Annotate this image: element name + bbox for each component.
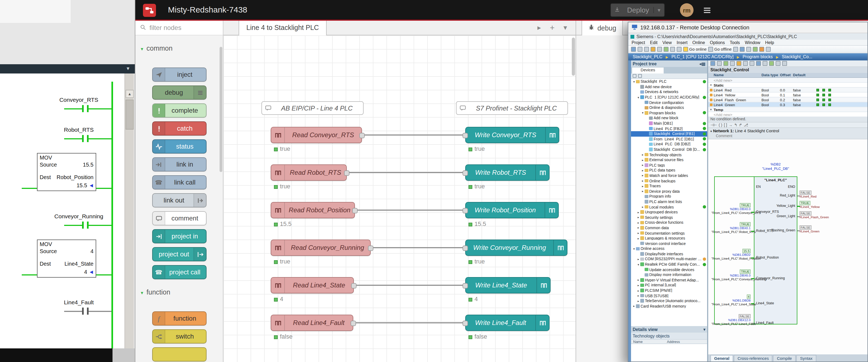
- editor-toolbar-icon[interactable]: [743, 61, 748, 66]
- bottom-tab-syntax[interactable]: Syntax: [796, 355, 816, 361]
- deploy-options-caret-icon[interactable]: ▾: [653, 7, 664, 13]
- tree-item[interactable]: ▾Online access: [631, 246, 707, 251]
- checkbox-checked-icon[interactable]: [821, 103, 827, 106]
- tree-item[interactable]: From_Line4_PLC [DB1]: [631, 136, 707, 142]
- tree-expander-icon[interactable]: ▸: [641, 174, 645, 177]
- input-port[interactable]: [463, 133, 468, 138]
- comment-node[interactable]: AB EIP/CIP - Line 4 PLC: [261, 101, 364, 115]
- read-node[interactable]: Read Line4_Fault: [271, 315, 353, 331]
- interface-row[interactable]: <Add new>: [708, 78, 867, 83]
- tree-expander-icon[interactable]: ▸: [637, 284, 640, 287]
- tree-item[interactable]: Program info: [631, 194, 707, 199]
- details-view-section[interactable]: Technology objects: [631, 333, 707, 339]
- interface-row[interactable]: Line4_GreenBool0.3false: [708, 102, 867, 107]
- fbd-input-operand[interactable]: FALSE%DB1.DBX12.0"From_Line4_PLC".Line4_…: [711, 314, 751, 326]
- fbd-output-pin[interactable]: Yellow_Light: [771, 204, 795, 208]
- fbd-toolbar-icon[interactable]: ( ): [718, 123, 722, 127]
- bottom-tab-compile[interactable]: Compile: [773, 355, 796, 361]
- mov-instruction-block[interactable]: MOVSource4DestLine4_State4 ◄: [37, 240, 96, 278]
- input-port[interactable]: [463, 170, 468, 176]
- tree-item[interactable]: ▸Security settings: [631, 215, 707, 220]
- tree-item[interactable]: ▾PLC_1 [CPU 1212C AC/DC/Rly]: [631, 95, 707, 100]
- tree-expander-icon[interactable]: ▸: [641, 179, 645, 183]
- ladder-collapsed-panel[interactable]: ▾: [0, 64, 135, 74]
- add-flow-button[interactable]: +: [546, 22, 558, 34]
- palette-category-common[interactable]: ▾common: [135, 42, 223, 56]
- fbd-input-operand[interactable]: TRUE%DB1.DBX6.0"From_Line4_PLC".Conveyor…: [711, 270, 751, 281]
- palette-node-switch[interactable]: switch: [152, 329, 207, 343]
- checkbox-checked-icon[interactable]: [827, 88, 833, 92]
- tree-item[interactable]: ▾Realtek PCIe GBE Family Con...: [631, 262, 707, 267]
- menu-window[interactable]: Window: [745, 40, 761, 45]
- tree-item[interactable]: ▸External source files: [631, 157, 707, 163]
- chevron-down-icon[interactable]: ▾: [127, 65, 129, 71]
- tree-item[interactable]: ▸PLC tags: [631, 163, 707, 168]
- tree-expander-icon[interactable]: ▸: [641, 190, 645, 193]
- fbd-toolbar-icon[interactable]: ↱: [739, 123, 742, 127]
- details-view-header[interactable]: Details view ▾: [631, 326, 707, 333]
- tree-expander-icon[interactable]: ▸: [637, 299, 640, 302]
- fbd-toolbar-icon[interactable]: ⎇: [744, 123, 748, 127]
- write-node[interactable]: Write Line4_State: [465, 277, 551, 294]
- interface-row[interactable]: ▾Temp: [708, 107, 867, 112]
- tree-expander-icon[interactable]: ▸: [641, 164, 645, 167]
- editor-toolbar-icon[interactable]: [763, 61, 768, 66]
- checkbox-checked-icon[interactable]: [821, 93, 827, 96]
- checkbox-checked-icon[interactable]: [827, 93, 833, 96]
- fbd-network-canvas[interactable]: %DB2 "Line4_PLC_DB" "Line4_PLC" EN ENO C…: [708, 139, 867, 354]
- tree-expander-icon[interactable]: ▸: [637, 257, 640, 261]
- toolbar-icon[interactable]: [664, 47, 669, 52]
- tree-item[interactable]: Main [OB1]: [631, 121, 707, 126]
- fbd-output-pin[interactable]: Flashing_Green: [771, 229, 795, 232]
- tree-expander-icon[interactable]: ▸: [637, 226, 640, 229]
- tree-expander-icon[interactable]: ▸: [641, 205, 645, 208]
- go-offline-button[interactable]: Go offline: [708, 47, 732, 52]
- contact-icon[interactable]: [82, 105, 84, 112]
- tree-expander-icon[interactable]: ▸: [641, 169, 645, 172]
- fbd-toolbar-icon[interactable]: [ ]: [724, 123, 727, 127]
- palette-scrollbar[interactable]: [220, 47, 222, 172]
- tree-item[interactable]: Display more information: [631, 272, 707, 277]
- tree-item[interactable]: ▸Device proxy data: [631, 189, 707, 194]
- palette-node-project-call[interactable]: ☎project call: [152, 265, 207, 279]
- tree-item[interactable]: ▸Documentation settings: [631, 230, 707, 235]
- write-node[interactable]: Write Conveyor_RTS: [465, 127, 559, 143]
- tree-item[interactable]: Stacklight_Control [FB1]: [631, 131, 707, 136]
- read-node[interactable]: Read Robot_Position: [271, 202, 355, 218]
- palette-node-project-in[interactable]: project in: [152, 229, 207, 243]
- toolbar-icon[interactable]: [740, 47, 745, 52]
- interface-row[interactable]: ▾Static: [708, 83, 867, 88]
- flow-canvas[interactable]: AB EIP/CIP - Line 4 PLCS7 Profinet - Sta…: [223, 35, 576, 362]
- panel-collapse-icon[interactable]: ◂▩: [699, 61, 706, 66]
- tree-filter-icon[interactable]: [633, 74, 637, 78]
- tree-expander-icon[interactable]: ▾: [632, 80, 636, 83]
- scrollbar-thumb[interactable]: [126, 100, 134, 130]
- tree-item[interactable]: Version control interface: [631, 241, 707, 246]
- contact-icon[interactable]: [87, 135, 89, 142]
- palette-node-inject[interactable]: inject: [152, 67, 207, 82]
- tree-expander-icon[interactable]: ▸: [637, 221, 640, 224]
- bottom-tab-general[interactable]: General: [710, 355, 733, 361]
- contact-icon[interactable]: [87, 222, 89, 229]
- palette-node-status[interactable]: status: [152, 139, 207, 154]
- breadcrumb-segment[interactable]: Program blocks: [742, 54, 773, 59]
- palette-node-comment[interactable]: comment: [152, 211, 207, 225]
- editor-toolbar-icon[interactable]: [776, 61, 780, 66]
- tree-item[interactable]: ▸USB [S7USB]: [631, 293, 707, 298]
- fbd-output-pin[interactable]: Green_Light: [771, 215, 795, 218]
- toolbar-icon[interactable]: [677, 47, 682, 52]
- input-port[interactable]: [463, 246, 468, 251]
- tree-expander-icon[interactable]: ▸: [637, 211, 640, 214]
- tab-devices[interactable]: Devices: [632, 67, 664, 74]
- output-port[interactable]: [351, 283, 356, 288]
- palette-node-link-call[interactable]: ☎link call: [152, 175, 207, 190]
- checkbox-checked-icon[interactable]: [815, 98, 821, 102]
- go-online-button[interactable]: Go online: [683, 47, 707, 52]
- palette-category-function[interactable]: ▾function: [135, 286, 223, 300]
- input-port[interactable]: [463, 321, 468, 326]
- tree-item[interactable]: Add new block: [631, 115, 707, 120]
- tree-expander-icon[interactable]: ▸: [632, 305, 636, 308]
- menu-project[interactable]: Project: [631, 40, 645, 45]
- write-node[interactable]: Write Robot_RTS: [465, 164, 550, 181]
- tree-item[interactable]: Add new device: [631, 84, 707, 89]
